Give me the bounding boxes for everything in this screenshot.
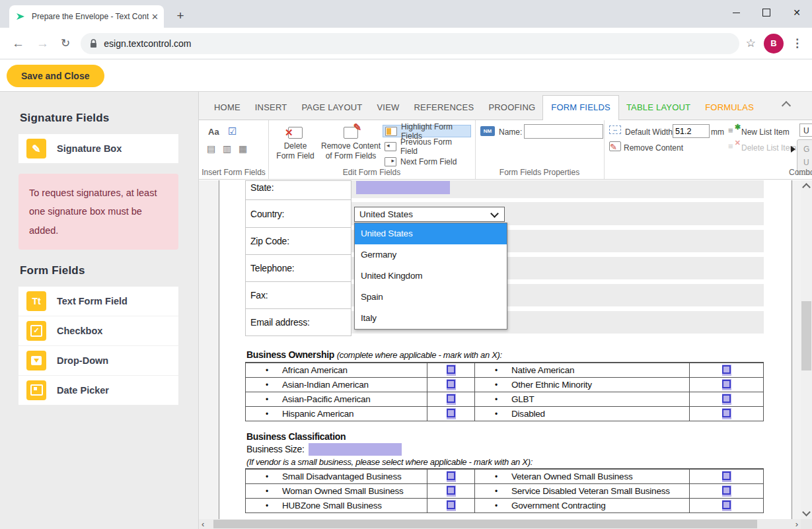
browser-tab[interactable]: Prepare the Envelope - Text Cont ✕ bbox=[9, 5, 164, 28]
document-editor: State: Country: United States bbox=[199, 180, 812, 529]
browser-menu-icon[interactable]: ⋮ bbox=[792, 36, 803, 50]
tab-page-layout[interactable]: PAGE LAYOUT bbox=[294, 96, 369, 120]
classification-note: (If vendor is a small business, please s… bbox=[246, 457, 533, 467]
business-size-label: Business Size: bbox=[246, 444, 305, 454]
dropdown-option[interactable]: Spain bbox=[355, 287, 507, 308]
table-row: •HUBZone Small Business •Government Cont… bbox=[246, 498, 763, 512]
collapse-ribbon-icon[interactable] bbox=[782, 101, 791, 110]
form-checkbox[interactable] bbox=[447, 471, 456, 482]
form-checkbox[interactable] bbox=[722, 471, 731, 482]
form-checkbox[interactable] bbox=[722, 379, 731, 390]
highlight-form-fields-button[interactable]: Highlight Form Fields bbox=[383, 125, 471, 137]
scroll-up-icon[interactable] bbox=[802, 183, 811, 192]
new-list-item-button[interactable]: New List Item bbox=[741, 127, 790, 137]
insert-datefield-icon[interactable]: ▦ bbox=[239, 143, 247, 154]
editor-panel: HOME INSERT PAGE LAYOUT VIEW REFERENCES … bbox=[198, 91, 812, 529]
tab-references[interactable]: REFERENCES bbox=[407, 96, 482, 120]
text-form-field-item[interactable]: Tt Text Form Field bbox=[18, 287, 178, 316]
tab-view[interactable]: VIEW bbox=[369, 96, 406, 120]
vertical-scroll-thumb[interactable] bbox=[801, 301, 811, 370]
minimize-button[interactable] bbox=[721, 0, 751, 25]
dropdown-option[interactable]: United States bbox=[355, 223, 507, 244]
tab-form-fields[interactable]: FORM FIELDS bbox=[542, 95, 619, 120]
default-width-input[interactable] bbox=[673, 124, 710, 138]
delete-list-item-button: Delete List Item bbox=[741, 143, 796, 153]
remove-content-small-icon[interactable]: ✎ bbox=[609, 141, 621, 151]
scroll-left-icon[interactable]: ‹ bbox=[202, 519, 204, 529]
form-checkbox[interactable] bbox=[447, 500, 456, 511]
insert-checkbox-icon[interactable]: ☑ bbox=[228, 125, 237, 137]
tab-insert[interactable]: INSERT bbox=[248, 96, 295, 120]
date-picker-item[interactable]: Date Picker bbox=[18, 376, 178, 405]
new-tab-button[interactable]: + bbox=[172, 7, 189, 24]
dropdown-option[interactable]: Germany bbox=[355, 244, 507, 265]
save-and-close-button[interactable]: Save and Close bbox=[7, 65, 104, 87]
horizontal-scroll-thumb[interactable] bbox=[213, 520, 757, 528]
insert-dropdown-field-icon[interactable]: ▤ bbox=[207, 143, 215, 154]
drop-down-item[interactable]: Drop-Down bbox=[18, 346, 178, 376]
insert-listbox-field-icon[interactable]: ▥ bbox=[223, 143, 231, 154]
checkbox-item[interactable]: ✓ Checkbox bbox=[18, 316, 178, 346]
bookmark-star-icon[interactable]: ☆ bbox=[746, 36, 756, 50]
form-fields-list: Tt Text Form Field ✓ Checkbox Drop-Down … bbox=[18, 287, 178, 405]
signature-fields-heading: Signature Fields bbox=[20, 112, 198, 125]
close-button[interactable]: ✕ bbox=[782, 0, 812, 25]
back-icon[interactable]: ← bbox=[12, 36, 24, 51]
combo-items-input[interactable]: U bbox=[799, 123, 812, 137]
scroll-down-icon[interactable] bbox=[802, 508, 811, 516]
signature-box-item[interactable]: ✎ Signature Box bbox=[18, 134, 178, 163]
tab-close-icon[interactable]: ✕ bbox=[151, 12, 159, 22]
document-content: State: Country: United States bbox=[199, 180, 801, 519]
dropdown-option[interactable]: Italy bbox=[355, 308, 507, 329]
next-form-field-button[interactable]: ▸ Next Form Field bbox=[383, 155, 471, 168]
horizontal-scrollbar[interactable]: ‹ › bbox=[199, 519, 801, 529]
ribbon: Aa ☑ ▤ ▥ ▦ Insert Form Fields ✕ Delete F… bbox=[199, 120, 812, 180]
form-checkbox[interactable] bbox=[447, 379, 456, 390]
remove-content-icon: ✎ bbox=[344, 127, 358, 139]
tab-title: Prepare the Envelope - Text Cont bbox=[32, 12, 149, 21]
tab-table-layout[interactable]: TABLE LAYOUT bbox=[619, 96, 698, 120]
avatar[interactable]: B bbox=[764, 34, 784, 53]
country-select[interactable]: United States bbox=[354, 207, 505, 222]
checkbox-icon: ✓ bbox=[26, 321, 46, 341]
scroll-right-icon[interactable]: › bbox=[795, 519, 798, 529]
previous-form-field-button[interactable]: ◂ Previous Form Field bbox=[383, 140, 471, 153]
remove-content-button[interactable]: ✎ Remove Content of Form Fields bbox=[320, 123, 382, 164]
next-form-field-icon: ▸ bbox=[385, 157, 396, 166]
forward-icon[interactable]: → bbox=[36, 36, 49, 51]
form-checkbox[interactable] bbox=[722, 408, 731, 419]
date-picker-icon bbox=[26, 380, 46, 400]
form-checkbox[interactable] bbox=[447, 408, 456, 419]
new-list-item-icon[interactable]: ≡✱ bbox=[728, 125, 739, 135]
insert-text-field-icon[interactable]: Aa bbox=[208, 127, 219, 137]
tab-proofing[interactable]: PROOFING bbox=[481, 96, 542, 120]
remove-content-small-button[interactable]: Remove Content bbox=[624, 143, 683, 153]
form-checkbox[interactable] bbox=[722, 394, 731, 405]
text-form-field-highlight[interactable] bbox=[356, 181, 450, 194]
address-bar[interactable]: esign.textcontrol.com bbox=[81, 33, 739, 54]
form-checkbox[interactable] bbox=[447, 394, 456, 405]
form-checkbox[interactable] bbox=[722, 485, 731, 497]
reload-icon[interactable]: ↻ bbox=[61, 36, 70, 50]
dropdown-option[interactable]: United Kingdom bbox=[355, 265, 507, 287]
form-checkbox[interactable] bbox=[722, 500, 731, 511]
tab-home[interactable]: HOME bbox=[207, 96, 248, 120]
group-label: Form Fields Properties bbox=[475, 168, 604, 177]
combo-gallery-expand-icon[interactable] bbox=[791, 146, 795, 153]
tab-formulas[interactable]: FORMULAS bbox=[698, 96, 761, 120]
maximize-button[interactable] bbox=[751, 0, 782, 25]
form-checkbox[interactable] bbox=[447, 365, 456, 376]
business-size-field-highlight[interactable] bbox=[309, 443, 402, 456]
browser-toolbar: ← → ↻ esign.textcontrol.com ☆ B ⋮ bbox=[0, 28, 812, 59]
table-row: •Woman Owned Small Business •Service Dis… bbox=[246, 483, 763, 498]
default-width-icon: ↔ bbox=[609, 125, 621, 134]
textcontrol-logo-icon bbox=[16, 11, 26, 22]
group-label: Insert Form Fields bbox=[199, 168, 268, 177]
form-fields-heading: Form Fields bbox=[20, 264, 198, 277]
form-checkbox[interactable] bbox=[447, 485, 456, 497]
delete-form-field-button[interactable]: ✕ Delete Form Field bbox=[274, 123, 317, 164]
default-width-label: Default Width: bbox=[625, 127, 675, 137]
name-input[interactable] bbox=[524, 124, 603, 139]
vertical-scrollbar[interactable] bbox=[801, 180, 812, 519]
form-checkbox[interactable] bbox=[722, 365, 731, 376]
